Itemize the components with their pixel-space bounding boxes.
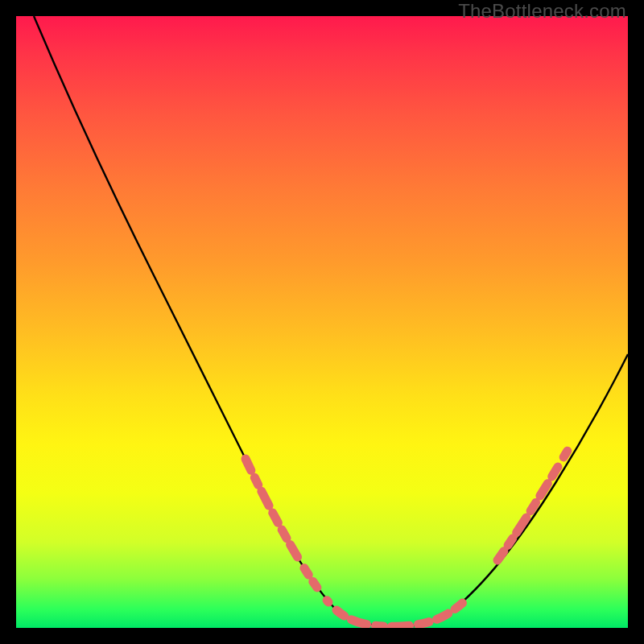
chart-plot-area	[16, 16, 628, 628]
highlight-right	[497, 444, 572, 560]
watermark-text: TheBottleneck.com	[458, 0, 626, 23]
chart-svg	[16, 16, 628, 628]
highlight-left	[246, 459, 328, 602]
highlight-bottom	[336, 597, 469, 626]
chart-frame: TheBottleneck.com	[0, 0, 644, 644]
chart-curve	[34, 16, 628, 626]
